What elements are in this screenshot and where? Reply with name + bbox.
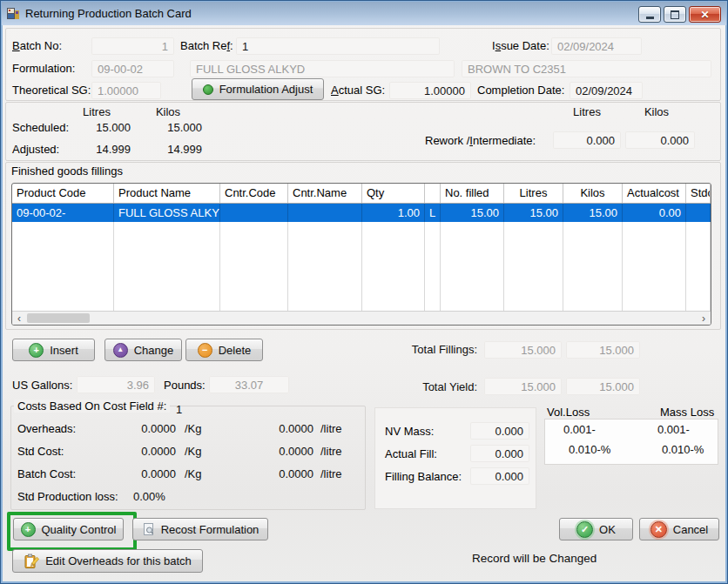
column-header[interactable]: Product Name — [114, 184, 220, 203]
recost-formulation-label: Recost Formulation — [161, 523, 260, 536]
formulation-code-field[interactable]: 09-00-02 — [91, 60, 174, 77]
cell-actualcost[interactable]: 0.00 — [623, 204, 686, 222]
mass-loss-pct: 0.010-% — [662, 443, 704, 456]
filling-balance-label: Filling Balance: — [385, 470, 462, 483]
rework-kilos-field[interactable]: 0.000 — [625, 131, 695, 149]
maximize-button[interactable] — [664, 6, 686, 23]
kilos-header: Kilos — [145, 105, 191, 118]
total-yield-litres-field[interactable]: 15.000 — [484, 378, 562, 395]
theoretical-sg-field[interactable]: 1.00000 — [91, 82, 161, 99]
column-header[interactable]: Cntr.Code — [220, 184, 288, 203]
column-header[interactable]: Actualcost — [623, 184, 686, 203]
cell-no-filled[interactable]: 15.00 — [441, 204, 504, 222]
mass-loss-value: 0.001- — [657, 423, 690, 436]
formulation-desc-field[interactable]: BROWN TO C2351 — [462, 60, 711, 77]
plus-icon: + — [29, 343, 44, 358]
quality-control-button[interactable]: + Quality Control — [13, 518, 124, 540]
batch-cost-kg-unit: /Kg — [185, 467, 202, 480]
batch-cost-litre-unit: /litre — [320, 467, 342, 480]
total-yield-kilos-field[interactable]: 15.000 — [566, 378, 640, 395]
overheads-per-kg: 0.0000 — [104, 422, 176, 435]
total-fillings-kilos-field[interactable]: 15.000 — [566, 341, 640, 359]
change-button[interactable]: ▲ Change — [104, 339, 182, 361]
app-icon — [6, 7, 20, 21]
std-cost-per-litre: 0.0000 — [242, 445, 313, 458]
cancel-button[interactable]: ✕ Cancel — [639, 518, 719, 540]
litres-header: Litres — [74, 105, 119, 118]
adjusted-kilos: 14.999 — [145, 143, 202, 156]
horizontal-scrollbar[interactable]: ‹ › — [12, 311, 711, 325]
scroll-right-icon[interactable]: › — [697, 312, 711, 325]
cell-cntr-name[interactable] — [288, 204, 362, 222]
std-cost-label: Std Cost: — [17, 445, 64, 458]
cost-field-number[interactable]: 1 — [176, 403, 182, 416]
cell-kilos[interactable]: 15.00 — [563, 204, 623, 222]
total-fillings-litres-field[interactable]: 15.000 — [484, 341, 562, 359]
us-gallons-field[interactable]: 3.96 — [77, 376, 155, 393]
column-header[interactable]: Kilos — [563, 184, 623, 203]
filling-balance-field[interactable]: 0.000 — [470, 467, 529, 485]
formulation-name-field[interactable]: FULL GLOSS ALKYD — [190, 60, 455, 77]
minimize-button[interactable] — [638, 6, 661, 23]
adjusted-label: Adjusted: — [12, 143, 59, 156]
column-header[interactable]: Qty — [362, 184, 425, 203]
minus-icon: − — [198, 343, 212, 358]
insert-button[interactable]: + Insert — [12, 339, 95, 361]
scheduled-litres: 15.000 — [74, 121, 131, 134]
window-title: Returning Production Batch Card — [25, 7, 192, 20]
formulation-adjust-label: Formulation Adjust — [219, 83, 313, 96]
column-header[interactable]: Stdc — [686, 184, 711, 203]
scroll-left-icon[interactable]: ‹ — [12, 312, 26, 325]
column-header[interactable]: No. filled — [441, 184, 504, 203]
scrollbar-thumb[interactable] — [27, 313, 90, 323]
insert-label: Insert — [50, 344, 78, 357]
completion-date-label: Completion Date: — [477, 84, 564, 97]
formulation-adjust-button[interactable]: Formulation Adjust — [192, 78, 324, 100]
cell-qty[interactable]: 1.00 — [362, 204, 425, 222]
recost-formulation-button[interactable]: Recost Formulation — [132, 518, 268, 540]
cell-product-name[interactable]: FULL GLOSS ALKYD BR — [114, 204, 220, 222]
change-label: Change — [134, 344, 174, 357]
issue-date-field[interactable]: 02/09/2024 — [551, 37, 642, 55]
actual-fill-label: Actual Fill: — [385, 447, 437, 460]
rework-kilos-header: Kilos — [632, 105, 681, 118]
nv-mass-field[interactable]: 0.000 — [470, 422, 529, 440]
title-bar[interactable]: Returning Production Batch Card ✕ — [2, 2, 726, 25]
cell-stdcost[interactable] — [686, 204, 711, 222]
batch-no-field[interactable]: 1 — [91, 37, 174, 55]
scheduled-label: Scheduled: — [12, 121, 69, 134]
rework-litres-field[interactable]: 0.000 — [553, 131, 621, 149]
actual-fill-field[interactable]: 0.000 — [470, 445, 529, 462]
std-cost-litre-unit: /litre — [320, 445, 342, 458]
green-led-icon — [203, 84, 213, 95]
column-header[interactable]: Litres — [504, 184, 563, 203]
column-header[interactable] — [425, 184, 441, 203]
column-header[interactable]: Cntr.Name — [288, 184, 362, 203]
delete-button[interactable]: − Delete — [185, 339, 263, 361]
cell-cntr-code[interactable] — [220, 204, 288, 222]
completion-date-field[interactable]: 02/09/2024 — [570, 82, 643, 99]
std-cost-per-kg: 0.0000 — [104, 445, 176, 458]
cell-litres[interactable]: 15.00 — [504, 204, 563, 222]
ok-button[interactable]: ✓ OK — [559, 518, 633, 540]
theoretical-sg-label: Theoretical SG: — [12, 84, 91, 97]
actual-sg-field[interactable]: 1.00000 — [389, 82, 471, 99]
batch-cost-label: Batch Cost: — [17, 467, 76, 480]
adjusted-litres: 14.999 — [74, 143, 131, 156]
column-header[interactable]: Product Code — [12, 184, 114, 203]
fillings-table-header[interactable]: Product Code Product Name Cntr.Code Cntr… — [12, 184, 711, 204]
pounds-label: Pounds: — [164, 379, 206, 392]
cell-product-code[interactable]: 09-00-02- — [12, 204, 114, 222]
cell-uom[interactable]: L — [425, 204, 441, 222]
edit-overheads-button[interactable]: Edit Overheads for this batch — [12, 549, 203, 573]
scheduled-kilos: 15.000 — [145, 121, 202, 134]
fillings-table[interactable]: Product Code Product Name Cntr.Code Cntr… — [11, 183, 711, 326]
close-button[interactable]: ✕ — [689, 6, 721, 23]
nv-mass-label: NV Mass: — [385, 425, 434, 438]
costs-group-label: Costs Based On Cost Field #: — [14, 399, 170, 413]
recost-document-icon — [142, 522, 155, 536]
table-row-selected[interactable]: 09-00-02- FULL GLOSS ALKYD BR 1.00 L 15.… — [12, 204, 711, 222]
batch-ref-field[interactable]: 1 — [236, 37, 440, 55]
pounds-field[interactable]: 33.07 — [209, 376, 289, 393]
vol-loss-value: 0.001- — [563, 423, 596, 436]
